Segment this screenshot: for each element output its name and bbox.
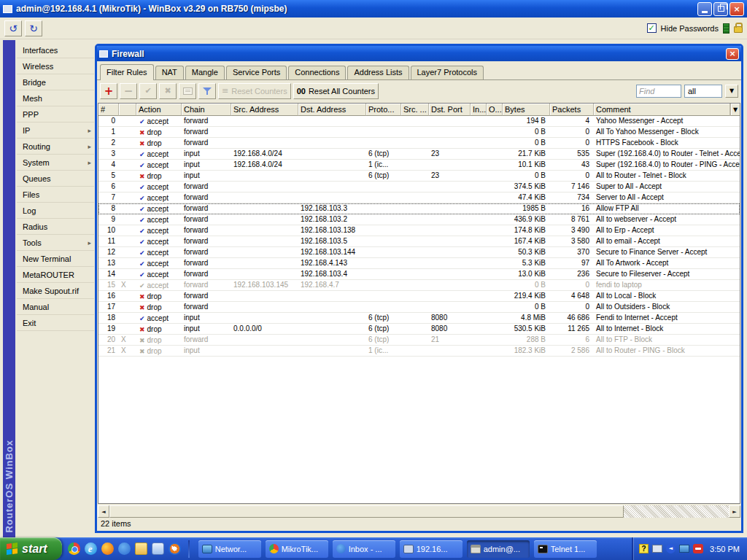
sidebar-item-metarouter[interactable]: MetaROUTER (17, 267, 94, 283)
sidebar-item-interfaces[interactable]: Interfaces (17, 42, 94, 58)
reset-counters-button[interactable]: ≡ Reset Counters (218, 83, 291, 99)
sidebar-item-mesh[interactable]: Mesh (17, 90, 94, 106)
firewall-close-button[interactable]: × (726, 48, 739, 60)
column-header-blank[interactable]: # (98, 104, 119, 116)
find-input[interactable] (636, 85, 681, 98)
firewall-rule-row[interactable]: 19✖dropinput0.0.0.0/06 (tcp)8080530.5 Ki… (98, 324, 740, 335)
column-header-in[interactable]: In... (471, 104, 487, 116)
firewall-rule-row[interactable]: 11✔acceptforward192.168.103.5167.4 KiB3 … (98, 236, 740, 247)
thunderbird-icon[interactable] (118, 542, 131, 555)
firewall-rule-row[interactable]: 20X✖dropforward6 (tcp)21288 B6All to FTP… (98, 335, 740, 346)
media-player-icon[interactable] (169, 542, 181, 555)
column-header-dst-address[interactable]: Dst. Address (298, 104, 366, 116)
firewall-rule-row[interactable]: 6✔acceptforward374.5 KiB7 146Super to Al… (98, 182, 740, 192)
enable-rule-button[interactable]: ✔ (139, 83, 157, 99)
start-button[interactable]: start (0, 537, 62, 560)
firewall-rule-row[interactable]: 21X✖dropinput1 (ic...182.3 KiB2 586All t… (98, 346, 740, 357)
sidebar-item-system[interactable]: System▸ (17, 155, 94, 171)
firewall-rule-row[interactable]: 1✖dropforward0 B0All To Yahoo Messenger … (98, 127, 740, 138)
taskbar-task-networ[interactable]: Networ... (198, 540, 261, 558)
sidebar-item-new-terminal[interactable]: New Terminal (17, 251, 94, 267)
sidebar-item-queues[interactable]: Queues (17, 171, 94, 187)
column-header-dst-port[interactable]: Dst. Port (429, 104, 471, 116)
comment-button[interactable] (179, 83, 196, 99)
firewall-rule-row[interactable]: 7✔acceptforward47.4 KiB734Server to All … (98, 192, 740, 203)
taskbar-task-mikrotik[interactable]: MikroTik... (266, 540, 328, 558)
taskbar-task-192-16[interactable]: 192.16... (400, 540, 462, 558)
firewall-rule-row[interactable]: 12✔acceptforward192.168.103.14450.3 KiB3… (98, 247, 740, 258)
disable-rule-button[interactable]: ✖ (159, 83, 177, 99)
sidebar-item-routing[interactable]: Routing▸ (17, 139, 94, 155)
redo-button[interactable]: ↻ (25, 20, 42, 36)
scrollbar-track[interactable] (624, 505, 729, 518)
column-header-disabled-flag[interactable] (119, 104, 136, 116)
firewall-rule-row[interactable]: 5✖dropinput6 (tcp)230 B0All to Router - … (98, 171, 740, 182)
firewall-rule-row[interactable]: 14✔acceptforward192.168.103.413.0 KiB236… (98, 269, 740, 280)
add-rule-button[interactable]: + (100, 83, 117, 99)
undo-button[interactable]: ↺ (4, 20, 22, 36)
column-header-src-address[interactable]: Src. Address (231, 104, 298, 116)
firewall-rule-row[interactable]: 18✔acceptinput6 (tcp)80804.8 MiB46 686Fe… (98, 313, 740, 324)
firewall-rule-row[interactable]: 8✔acceptforward192.168.103.31985 B16Allo… (98, 203, 740, 214)
help-icon[interactable]: ? (639, 544, 649, 553)
firewall-rule-row[interactable]: 4✔acceptinput192.168.4.0/241 (ic...10.1 … (98, 160, 740, 171)
filter-scope-select[interactable]: all (684, 85, 722, 98)
tab-mangle[interactable]: Mangle (185, 66, 225, 79)
remove-rule-button[interactable]: − (120, 83, 137, 99)
reset-all-counters-button[interactable]: 00 Reset All Counters (293, 83, 379, 99)
restore-button[interactable] (713, 2, 728, 16)
filter-button[interactable] (198, 83, 216, 99)
input-language-icon[interactable]: ◄ (666, 544, 676, 553)
internet-explorer-icon[interactable] (85, 542, 97, 555)
sidebar-item-bridge[interactable]: Bridge (17, 74, 94, 90)
chrome-icon[interactable] (68, 542, 80, 555)
hide-passwords-checkbox[interactable]: ✓ (647, 23, 657, 33)
display-icon[interactable] (652, 545, 662, 553)
firewall-rule-row[interactable]: 0✔acceptforward194 B4Yahoo Messenger - A… (98, 116, 740, 127)
minimize-button[interactable] (697, 2, 712, 16)
tab-layer7-protocols[interactable]: Layer7 Protocols (411, 66, 484, 79)
vnc-icon[interactable] (693, 544, 703, 553)
sidebar-item-manual[interactable]: Manual (17, 299, 94, 315)
column-header-comment[interactable]: Comment (594, 104, 730, 116)
column-options-dropdown-button[interactable]: ▼ (730, 104, 740, 116)
sidebar-item-make-supout-rif[interactable]: Make Supout.rif (17, 283, 94, 299)
column-header-o[interactable]: O... (487, 104, 503, 116)
scroll-right-button[interactable]: ► (729, 505, 740, 518)
sidebar-item-ppp[interactable]: PPP (17, 106, 94, 122)
taskbar-task-admin[interactable]: admin@... (467, 540, 530, 558)
taskbar-task-inbox[interactable]: Inbox - ... (333, 540, 395, 558)
filter-scope-dropdown-button[interactable]: ▼ (725, 85, 738, 98)
sidebar-item-ip[interactable]: IP▸ (17, 122, 94, 139)
firewall-rule-row[interactable]: 16✖dropforward219.4 KiB4 648All to Local… (98, 291, 740, 302)
close-button[interactable]: × (729, 2, 744, 16)
firewall-rule-row[interactable]: 13✔acceptforward192.168.4.1435.3 KiB97Al… (98, 258, 740, 269)
sidebar-item-files[interactable]: Files (17, 187, 94, 203)
firewall-rule-row[interactable]: 15X✔acceptforward192.168.103.145192.168.… (98, 280, 740, 291)
sidebar-item-exit[interactable]: Exit (17, 315, 94, 331)
firefox-icon[interactable] (101, 542, 114, 555)
tab-filter-rules[interactable]: Filter Rules (100, 64, 154, 80)
firewall-rule-row[interactable]: 10✔acceptforward192.168.103.138174.8 KiB… (98, 225, 740, 236)
tab-nat[interactable]: NAT (155, 66, 184, 79)
column-header-packets[interactable]: Packets (550, 104, 594, 116)
network-icon[interactable] (679, 545, 689, 553)
tab-address-lists[interactable]: Address Lists (347, 66, 409, 79)
column-header-chain[interactable]: Chain (182, 104, 231, 116)
column-header-action[interactable]: Action (136, 104, 182, 116)
sidebar-item-log[interactable]: Log (17, 203, 94, 219)
firewall-rule-row[interactable]: 3✔acceptinput192.168.4.0/246 (tcp)2321.7… (98, 149, 740, 160)
sidebar-item-tools[interactable]: Tools▸ (17, 235, 94, 251)
column-header-src[interactable]: Src. ... (401, 104, 429, 116)
firewall-rule-row[interactable]: 2✖dropforward0 B0HTTPS Facebook - Block (98, 138, 740, 149)
tab-service-ports[interactable]: Service Ports (226, 66, 287, 79)
folder-icon[interactable] (135, 542, 147, 555)
sidebar-item-radius[interactable]: Radius (17, 219, 94, 235)
scroll-left-button[interactable]: ◄ (98, 505, 109, 518)
sidebar-item-wireless[interactable]: Wireless (17, 58, 94, 74)
column-header-proto[interactable]: Proto... (366, 104, 401, 116)
tab-connections[interactable]: Connections (288, 66, 346, 79)
firewall-rule-row[interactable]: 9✔acceptforward192.168.103.2436.9 KiB8 7… (98, 214, 740, 225)
outlook-icon[interactable] (152, 542, 164, 555)
taskbar-task-telnet-1[interactable]: Telnet 1... (534, 540, 597, 558)
